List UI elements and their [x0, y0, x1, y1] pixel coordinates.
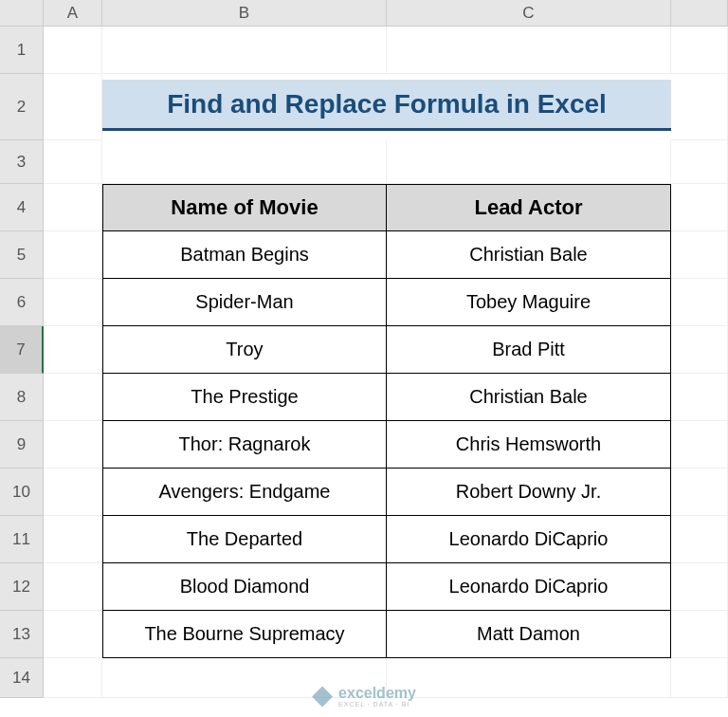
row-header-13[interactable]: 13 — [0, 611, 44, 658]
cell-c3[interactable] — [387, 140, 671, 184]
row-header-11[interactable]: 11 — [0, 516, 44, 563]
row-header-2[interactable]: 2 — [0, 74, 44, 140]
cell-a3[interactable] — [44, 140, 102, 184]
row-header-5[interactable]: 5 — [0, 231, 44, 279]
cell-d7[interactable] — [671, 326, 728, 374]
table-row[interactable]: Avengers: Endgame — [102, 469, 387, 516]
exceldemy-logo-icon — [312, 687, 333, 708]
table-row[interactable]: Spider-Man — [102, 279, 387, 326]
table-row[interactable]: Blood Diamond — [102, 563, 387, 611]
table-row[interactable]: Christian Bale — [387, 374, 671, 421]
cell-a4[interactable] — [44, 184, 102, 231]
cell-d6[interactable] — [671, 279, 728, 326]
cell-a5[interactable] — [44, 231, 102, 279]
table-row[interactable]: The Prestige — [102, 374, 387, 421]
cell-d2[interactable] — [671, 74, 728, 140]
cell-b3[interactable] — [102, 140, 387, 184]
table-row[interactable]: Thor: Ragnarok — [102, 421, 387, 469]
col-header-a[interactable]: A — [44, 0, 102, 27]
row-header-4[interactable]: 4 — [0, 184, 44, 231]
cell-d5[interactable] — [671, 231, 728, 279]
col-header-b[interactable]: B — [102, 0, 387, 27]
cell-a10[interactable] — [44, 469, 102, 516]
cell-d12[interactable] — [671, 563, 728, 611]
cell-d3[interactable] — [671, 140, 728, 184]
table-row[interactable]: Christian Bale — [387, 231, 671, 279]
cell-d10[interactable] — [671, 469, 728, 516]
table-row[interactable]: The Bourne Supremacy — [102, 611, 387, 658]
table-row[interactable]: The Departed — [102, 516, 387, 563]
watermark-text: exceldemy EXCEL · DATA · BI — [338, 686, 416, 708]
row-header-9[interactable]: 9 — [0, 421, 44, 469]
table-row[interactable]: Robert Downy Jr. — [387, 469, 671, 516]
row-header-12[interactable]: 12 — [0, 563, 44, 611]
watermark: exceldemy EXCEL · DATA · BI — [312, 686, 416, 708]
cell-a12[interactable] — [44, 563, 102, 611]
cell-a2[interactable] — [44, 74, 102, 140]
spreadsheet-grid: A B C 1 2 Find and Replace Formula in Ex… — [0, 0, 728, 698]
row-header-10[interactable]: 10 — [0, 469, 44, 516]
row-header-7[interactable]: 7 — [0, 326, 44, 374]
cell-a9[interactable] — [44, 421, 102, 469]
row-header-14[interactable]: 14 — [0, 658, 44, 698]
cell-d11[interactable] — [671, 516, 728, 563]
cell-b1[interactable] — [102, 27, 387, 74]
watermark-sub: EXCEL · DATA · BI — [338, 701, 416, 708]
table-row[interactable]: Batman Begins — [102, 231, 387, 279]
row-header-1[interactable]: 1 — [0, 27, 44, 74]
select-all-corner[interactable] — [0, 0, 44, 27]
cell-c14[interactable] — [387, 658, 671, 698]
cell-a14[interactable] — [44, 658, 102, 698]
row-header-3[interactable]: 3 — [0, 140, 44, 184]
table-row[interactable]: Matt Damon — [387, 611, 671, 658]
cell-a1[interactable] — [44, 27, 102, 74]
table-header-movie[interactable]: Name of Movie — [102, 184, 387, 231]
title-cell[interactable]: Find and Replace Formula in Excel — [102, 80, 671, 131]
row-header-6[interactable]: 6 — [0, 279, 44, 326]
cell-d13[interactable] — [671, 611, 728, 658]
table-row[interactable]: Leonardo DiCaprio — [387, 563, 671, 611]
col-header-c[interactable]: C — [387, 0, 671, 27]
cell-a11[interactable] — [44, 516, 102, 563]
table-row[interactable]: Leonardo DiCaprio — [387, 516, 671, 563]
cell-c1[interactable] — [387, 27, 671, 74]
cell-d1[interactable] — [671, 27, 728, 74]
cell-a7[interactable] — [44, 326, 102, 374]
table-row[interactable]: Troy — [102, 326, 387, 374]
cell-d4[interactable] — [671, 184, 728, 231]
table-row[interactable]: Chris Hemsworth — [387, 421, 671, 469]
cell-d14[interactable] — [671, 658, 728, 698]
cell-a8[interactable] — [44, 374, 102, 421]
cell-a13[interactable] — [44, 611, 102, 658]
cell-d8[interactable] — [671, 374, 728, 421]
col-header-blank[interactable] — [671, 0, 728, 27]
row-header-8[interactable]: 8 — [0, 374, 44, 421]
cell-a6[interactable] — [44, 279, 102, 326]
cell-d9[interactable] — [671, 421, 728, 469]
table-row[interactable]: Tobey Maguire — [387, 279, 671, 326]
table-row[interactable]: Brad Pitt — [387, 326, 671, 374]
table-header-actor[interactable]: Lead Actor — [387, 184, 671, 231]
watermark-main: exceldemy — [338, 686, 416, 701]
